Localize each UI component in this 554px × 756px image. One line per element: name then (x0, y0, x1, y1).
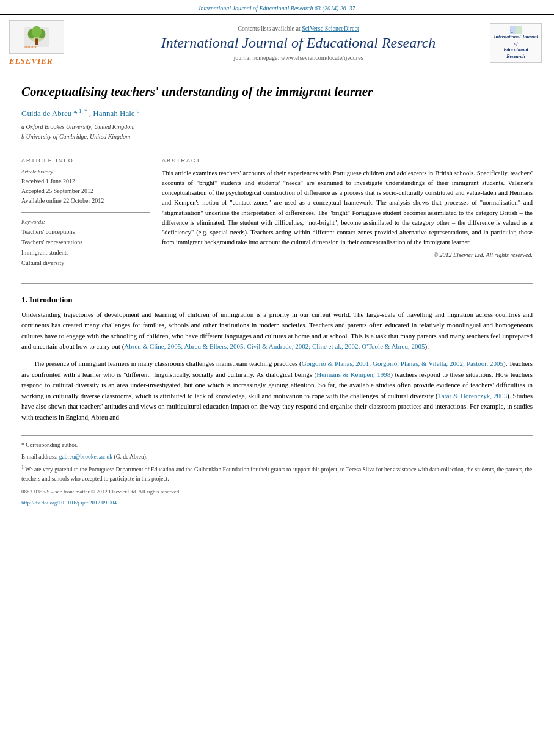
author2-sup: b (137, 107, 140, 114)
keywords-title: Keywords: (21, 219, 150, 225)
svg-rect-8 (516, 26, 522, 34)
article-info-label: ARTICLE INFO (21, 158, 150, 164)
intro-para-1: Understanding trajectories of developmen… (21, 310, 533, 352)
keyword-3: Immigrant students (21, 247, 150, 258)
journal-homepage: journal homepage: www.elsevier.com/locat… (107, 54, 490, 61)
journal-header-center: Contents lists available at SciVerse Sci… (107, 25, 490, 61)
section-1-heading: 1. Introduction (21, 295, 533, 305)
elsevier-text: ELSEVIER (9, 56, 53, 66)
affiliations: a Oxford Brookes University, United King… (21, 122, 533, 142)
svg-text:ELSEVIER: ELSEVIER (24, 45, 37, 48)
history-title: Article history: (21, 169, 150, 175)
author1-name: Guida de Abreu (21, 109, 71, 118)
intro-para-2: The presence of immigrant learners in ma… (21, 358, 533, 423)
footnote-email-name: (G. de Abreu). (114, 454, 147, 460)
top-link-text: International Journal of Educational Res… (199, 5, 355, 12)
svg-text:I: I (510, 29, 511, 31)
ref-link-2[interactable]: Gorgorió & Planas, 2001; Gorgorió, Plana… (302, 360, 503, 367)
footnotes-area: * Corresponding author. E-mail address: … (21, 435, 533, 515)
footnote-email-link[interactable]: gabreu@brookes.ac.uk (59, 454, 112, 460)
footnote-email: E-mail address: gabreu@brookes.ac.uk (G.… (21, 453, 533, 462)
copyright-text: © 2012 Elsevier Ltd. All rights reserved… (162, 252, 533, 258)
keyword-4: Cultural diversity (21, 258, 150, 268)
affil-b: b University of Cambridge, United Kingdo… (21, 132, 533, 142)
right-logo-box: I JER International Journal ofEducationa… (490, 23, 542, 63)
two-col-section: ARTICLE INFO Article history: Received 1… (21, 158, 533, 274)
article-info-col: ARTICLE INFO Article history: Received 1… (21, 158, 150, 274)
abstract-label: ABSTRACT (162, 158, 533, 164)
footnote-star-label: * Corresponding author. (21, 442, 78, 448)
issn-text: 0883-0355/$ – see front matter © 2012 El… (21, 489, 181, 495)
author1-link[interactable]: Guida de Abreu a, 1, * (21, 109, 89, 118)
accepted-text: Accepted 25 September 2012 (21, 186, 150, 196)
section-1-number: 1. (21, 295, 27, 304)
svg-rect-2 (35, 38, 38, 45)
journal-header-right: I JER International Journal ofEducationa… (490, 23, 545, 63)
top-journal-link[interactable]: International Journal of Educational Res… (0, 0, 554, 14)
footnote-1: 1 We are very grateful to the Portuguese… (21, 464, 533, 484)
keywords-subsection: Keywords: Teachers' conceptions Teachers… (21, 219, 150, 268)
svg-point-5 (32, 26, 42, 37)
journal-header-left: ELSEVIER ELSEVIER (9, 20, 107, 66)
elsevier-logo: ELSEVIER ELSEVIER (9, 20, 107, 66)
received-text: Received 1 June 2012 (21, 176, 150, 186)
affil-a: a Oxford Brookes University, United King… (21, 122, 533, 132)
divider-2 (21, 283, 533, 284)
ref-link-4[interactable]: Tatar & Horenczyk, 2003 (438, 392, 507, 399)
right-logo-flag-icon: I JER (507, 26, 525, 34)
elsevier-tree-svg: ELSEVIER (18, 25, 55, 49)
keyword-2: Teachers' representations (21, 237, 150, 247)
section-1-title: Introduction (29, 295, 73, 304)
journal-title-header: International Journal of Educational Res… (107, 34, 490, 52)
doi-link[interactable]: http://dx.doi.org/10.1016/j.ijer.2012.09… (21, 500, 117, 506)
footnote-star: * Corresponding author. (21, 441, 533, 450)
svg-text:JER: JER (510, 32, 513, 34)
footnote-1-sup: 1 (21, 465, 24, 470)
page: International Journal of Educational Res… (0, 0, 554, 756)
journal-header: ELSEVIER ELSEVIER Contents lists availab… (0, 14, 554, 71)
author2-name: Hannah Hale (93, 109, 134, 118)
ref-link-3[interactable]: Hermans & Kempen, 1998 (316, 371, 390, 378)
content-area: Conceptualising teachers' understanding … (0, 71, 554, 527)
author1-sup: a, 1, * (74, 107, 87, 114)
divider-1 (21, 151, 533, 151)
right-logo-title: International Journal ofEducationalResea… (493, 34, 539, 60)
footnote-email-label: E-mail address: (21, 454, 59, 460)
ref-link-1[interactable]: Abreu & Cline, 2005; Abreu & Elbers, 200… (124, 343, 425, 350)
article-title: Conceptualising teachers' understanding … (21, 84, 533, 100)
abstract-text: This article examines teachers' accounts… (162, 169, 533, 248)
contents-text: Contents lists available at (238, 25, 300, 32)
available-text: Available online 22 October 2012 (21, 196, 150, 206)
abstract-col: ABSTRACT This article examines teachers'… (162, 158, 533, 274)
authors-line: Guida de Abreu a, 1, * , Hannah Hale b (21, 107, 533, 118)
footnote-1-text: We are very grateful to the Portuguese D… (21, 467, 532, 482)
divider-info (21, 212, 150, 213)
logo-image-box: ELSEVIER (9, 20, 64, 54)
author2-link[interactable]: Hannah Hale b (93, 109, 139, 118)
sciverse-link[interactable]: SciVerse ScienceDirect (302, 25, 359, 32)
issn-line: 0883-0355/$ – see front matter © 2012 El… (21, 489, 533, 495)
doi-line: http://dx.doi.org/10.1016/j.ijer.2012.09… (21, 500, 533, 506)
history-subsection: Article history: Received 1 June 2012 Ac… (21, 169, 150, 206)
keyword-1: Teachers' conceptions (21, 227, 150, 237)
contents-line: Contents lists available at SciVerse Sci… (107, 25, 490, 32)
